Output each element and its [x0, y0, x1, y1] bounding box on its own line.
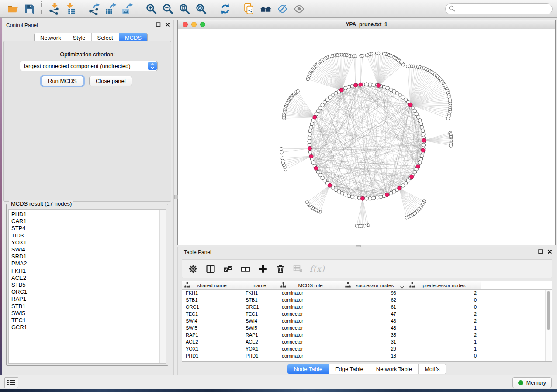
mcds-result-item[interactable]: YOX1 [11, 239, 158, 246]
show-details-icon[interactable] [291, 1, 307, 16]
share-document-icon[interactable] [241, 1, 257, 16]
mcds-result-item[interactable]: FKH1 [11, 268, 158, 275]
table-row[interactable]: RAP1RAP1dominator352 [182, 331, 552, 338]
zoom-selected-icon[interactable] [193, 1, 209, 16]
mcds-result-item[interactable]: STB5 [11, 282, 158, 289]
mcds-result-item[interactable]: TID3 [11, 232, 158, 239]
open-file-icon[interactable] [4, 1, 21, 16]
mcds-result-item[interactable]: PMA2 [11, 260, 158, 267]
import-network-icon[interactable] [45, 1, 62, 16]
table-cell: STB1 [242, 296, 278, 303]
mcds-result-item[interactable]: STB1 [11, 303, 158, 310]
mcds-result-item[interactable]: GCR1 [11, 324, 158, 331]
zoom-fit-icon[interactable] [176, 1, 193, 16]
table-row[interactable]: YOX1YOX1connector291 [182, 345, 552, 352]
search-input[interactable] [445, 3, 553, 14]
table-row[interactable]: PHD1PHD1dominator180 [182, 352, 552, 359]
graph-node [344, 86, 347, 90]
network-window-titlebar[interactable]: YPA_prune.txt_1 [178, 20, 555, 29]
mcds-result-item[interactable]: ACE2 [11, 275, 158, 282]
hide-details-icon[interactable] [274, 1, 291, 16]
network-canvas[interactable] [178, 29, 555, 245]
mcds-result-item[interactable]: SWI5 [11, 310, 158, 317]
mcds-result-item[interactable]: SWI4 [11, 246, 158, 253]
table-cell: dominator [278, 317, 343, 324]
table-row[interactable]: SWI4SWI4dominator462 [182, 317, 552, 324]
run-mcds-button[interactable]: Run MCDS [42, 76, 83, 86]
export-image-icon[interactable] [119, 1, 135, 16]
tab-mcds[interactable]: MCDS [119, 33, 147, 42]
table-scrollbar-thumb[interactable] [547, 291, 550, 330]
table-cell: dominator [278, 352, 343, 359]
tab-motifs[interactable]: Motifs [418, 364, 446, 374]
show-panels-button[interactable] [4, 377, 18, 388]
mcds-result-item[interactable]: TEC1 [11, 317, 158, 324]
mcds-node [422, 138, 426, 142]
mcds-list-scrollbar[interactable] [159, 210, 166, 363]
table-panel-title: Table Panel [184, 249, 211, 255]
select-all-icon[interactable] [222, 263, 234, 275]
home-apps-icon[interactable] [257, 1, 274, 16]
zoom-in-icon[interactable] [143, 1, 159, 16]
tab-network-table[interactable]: Network Table [370, 364, 418, 374]
float-table-panel-icon[interactable] [538, 249, 543, 254]
mcds-result-item[interactable]: STP4 [11, 225, 158, 232]
memory-button[interactable]: Memory [512, 377, 552, 388]
refresh-layout-icon[interactable] [217, 1, 233, 16]
import-table-icon[interactable] [62, 1, 78, 16]
table-row[interactable]: TEC1TEC1connector472 [182, 310, 552, 317]
export-network-icon[interactable] [86, 1, 102, 16]
control-panel-title: Control Panel [6, 22, 38, 28]
column-header-MCDS-role[interactable]: MCDS role [278, 281, 343, 289]
tab-edge-table[interactable]: Edge Table [329, 364, 370, 374]
graph-leaf-node [355, 224, 358, 227]
table-row[interactable]: FKH1FKH1dominator962 [182, 289, 552, 296]
graph-node [372, 83, 375, 86]
tab-node-table[interactable]: Node Table [287, 364, 329, 374]
graph-node [347, 194, 350, 198]
graph-node [379, 195, 383, 199]
mcds-result-item[interactable]: ORC1 [11, 289, 158, 296]
close-panel-button[interactable]: Close panel [89, 76, 132, 86]
table-cell: 2 [407, 289, 481, 296]
mcds-result-item[interactable]: PHD1 [11, 211, 158, 218]
delete-entry-icon[interactable] [275, 263, 286, 275]
column-header-predecessor-nodes[interactable]: predecessor nodes [407, 281, 481, 289]
mcds-result-list[interactable]: PHD1CAR1STP4TID3YOX1SWI4SRD1PMA2FKH1ACE2… [8, 209, 166, 364]
zoom-out-icon[interactable] [159, 1, 176, 16]
tab-select[interactable]: Select [91, 33, 119, 42]
export-table-icon[interactable] [102, 1, 119, 16]
table-cell: 46 [343, 317, 407, 324]
mcds-tab-content: Optimization criterion: largest connecte… [3, 41, 171, 202]
optimization-criterion-select[interactable]: largest connected component (undirected) [20, 61, 158, 71]
table-cell: 2 [407, 317, 481, 324]
table-row[interactable]: SWI5SWI5connector431 [182, 324, 552, 331]
close-panel-icon[interactable] [165, 22, 170, 27]
network-view-window: YPA_prune.txt_1 [177, 20, 556, 245]
save-session-icon[interactable] [21, 1, 38, 16]
tab-network[interactable]: Network [35, 33, 67, 42]
graph-node [308, 136, 311, 140]
mcds-result-item[interactable]: RAP1 [11, 296, 158, 303]
table-cell: FKH1 [182, 289, 242, 296]
deselect-all-icon[interactable] [240, 263, 251, 275]
table-row[interactable]: ORC1ORC1dominator610 [182, 303, 552, 310]
split-view-icon[interactable] [205, 263, 216, 275]
column-header-shared-name[interactable]: shared name [182, 281, 242, 289]
close-table-panel-icon[interactable] [547, 249, 552, 254]
mcds-result-item[interactable]: SRD1 [11, 253, 158, 260]
settings-icon[interactable] [187, 263, 199, 275]
table-row[interactable]: STB1STB1dominator620 [182, 296, 552, 303]
table-scrollbar[interactable] [545, 290, 551, 361]
table-cell: 62 [343, 296, 407, 303]
table-row[interactable]: ACE2ACE2connector311 [182, 338, 552, 345]
float-panel-icon[interactable] [156, 22, 161, 27]
table-rows: FKH1FKH1dominator962STB1STB1dominator620… [182, 289, 552, 361]
table-cell: PHD1 [242, 352, 278, 359]
tab-style[interactable]: Style [67, 33, 91, 42]
add-entry-icon[interactable] [257, 263, 269, 275]
column-header-successor-nodes[interactable]: successor nodes [343, 281, 407, 289]
column-header-name[interactable]: name [242, 281, 278, 289]
vertical-splitter-handle[interactable] [174, 195, 178, 199]
mcds-result-item[interactable]: CAR1 [11, 218, 158, 225]
